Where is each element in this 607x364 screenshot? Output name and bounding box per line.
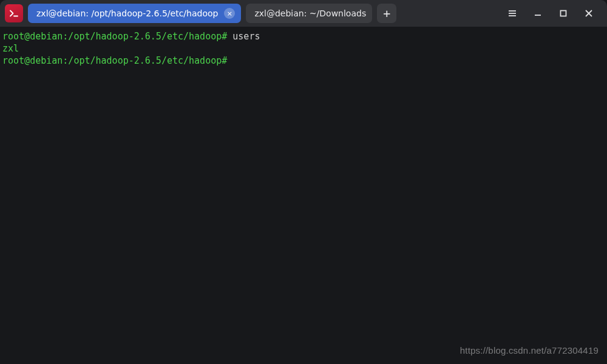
tab-close-button[interactable]: × [224, 8, 235, 19]
close-button[interactable] [582, 6, 596, 21]
command-text: users [227, 31, 260, 42]
minimize-button[interactable] [531, 6, 545, 21]
prompt: root@debian:/opt/hadoop-2.6.5/etc/hadoop… [2, 55, 227, 66]
cursor-area [227, 55, 232, 66]
watermark-text: https://blog.csdn.net/a772304419 [460, 345, 599, 356]
maximize-button[interactable] [556, 6, 571, 21]
terminal-app-icon [5, 4, 23, 22]
window-controls [501, 6, 602, 21]
tab-active[interactable]: zxl@debian: /opt/hadoop-2.6.5/etc/hadoop… [28, 4, 241, 23]
output-line: zxl [2, 43, 19, 54]
terminal-area[interactable]: root@debian:/opt/hadoop-2.6.5/etc/hadoop… [0, 27, 607, 70]
svg-rect-5 [561, 11, 566, 16]
prompt: root@debian:/opt/hadoop-2.6.5/etc/hadoop… [2, 31, 227, 42]
tab-inactive[interactable]: zxl@debian: ~/Downloads [246, 4, 372, 23]
terminal-icon [8, 8, 19, 19]
new-tab-button[interactable]: + [377, 4, 396, 23]
tab-label: zxl@debian: ~/Downloads [254, 8, 366, 18]
titlebar: zxl@debian: /opt/hadoop-2.6.5/etc/hadoop… [0, 0, 607, 27]
tab-bar: zxl@debian: /opt/hadoop-2.6.5/etc/hadoop… [28, 4, 396, 23]
hamburger-menu-icon[interactable] [505, 6, 520, 21]
tab-label: zxl@debian: /opt/hadoop-2.6.5/etc/hadoop [36, 8, 218, 18]
